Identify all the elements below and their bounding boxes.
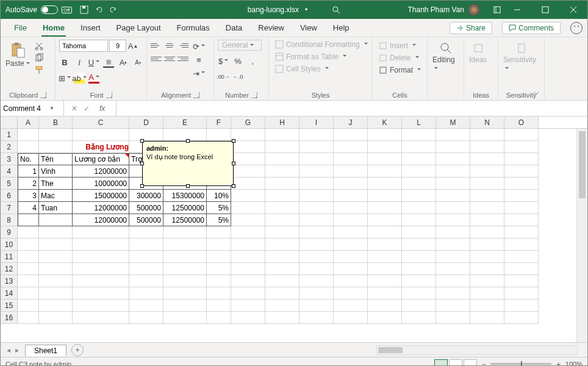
cell-B1[interactable] xyxy=(39,129,73,141)
cell-B9[interactable] xyxy=(39,226,73,239)
cell-M16[interactable] xyxy=(436,312,470,324)
cell-B5[interactable]: The xyxy=(39,178,73,190)
cell-I1[interactable] xyxy=(299,129,334,141)
cell-F16[interactable] xyxy=(207,312,231,324)
cell-E8[interactable]: 12500000 xyxy=(163,214,207,226)
underline-button[interactable]: U xyxy=(88,57,99,68)
col-header-A[interactable]: A xyxy=(18,117,39,128)
cell-D16[interactable] xyxy=(129,312,163,324)
cell-I6[interactable] xyxy=(299,190,334,202)
conditional-formatting-button[interactable]: Conditional Formatting xyxy=(273,40,370,49)
cell-A12[interactable] xyxy=(18,263,39,275)
font-name-input[interactable] xyxy=(59,40,108,52)
cell-D11[interactable] xyxy=(129,251,163,263)
cell-I10[interactable] xyxy=(299,239,334,251)
tab-data[interactable]: Data xyxy=(218,19,249,37)
share-button[interactable]: Share xyxy=(450,22,492,34)
cell-B3[interactable]: Tên xyxy=(39,153,73,165)
clipboard-launcher[interactable] xyxy=(40,92,46,98)
tab-help[interactable]: Help xyxy=(326,19,357,37)
formula-input[interactable] xyxy=(117,101,587,116)
cell-G16[interactable] xyxy=(231,312,265,324)
font-size-input[interactable] xyxy=(109,40,126,52)
enter-formula-icon[interactable]: ✓ xyxy=(84,104,90,113)
col-header-B[interactable]: B xyxy=(39,117,73,128)
cell-H1[interactable] xyxy=(265,129,299,141)
cell-J11[interactable] xyxy=(334,251,368,263)
cell-H15[interactable] xyxy=(265,300,299,312)
cell-M12[interactable] xyxy=(436,263,470,275)
minimize-button[interactable] xyxy=(503,1,531,19)
cell-A7[interactable]: 4 xyxy=(18,202,39,214)
cell-F8[interactable]: 5% xyxy=(207,214,231,226)
comments-button[interactable]: Comments xyxy=(502,22,561,34)
zoom-in-button[interactable]: + xyxy=(556,361,560,367)
cell-B15[interactable] xyxy=(39,300,73,312)
cell-N1[interactable] xyxy=(470,129,504,141)
cell-H6[interactable] xyxy=(265,190,299,202)
cell-I15[interactable] xyxy=(299,300,334,312)
cell-M3[interactable] xyxy=(436,153,470,165)
autosave-toggle[interactable] xyxy=(41,5,58,14)
cell-O7[interactable] xyxy=(504,202,539,214)
cell-E10[interactable] xyxy=(163,239,207,251)
cell-D14[interactable] xyxy=(129,287,163,300)
row-header-10[interactable]: 10 xyxy=(1,239,18,251)
row-header-14[interactable]: 14 xyxy=(1,287,18,300)
cell-J10[interactable] xyxy=(334,239,368,251)
cell-G3[interactable] xyxy=(231,153,265,165)
cell-I12[interactable] xyxy=(299,263,334,275)
cell-M6[interactable] xyxy=(436,190,470,202)
decrease-font-size-icon[interactable]: A▾ xyxy=(132,57,143,68)
cell-G13[interactable] xyxy=(231,275,265,287)
format-painter-icon[interactable] xyxy=(34,65,45,75)
cell-J12[interactable] xyxy=(334,263,368,275)
cell-J4[interactable] xyxy=(334,165,368,178)
cell-K1[interactable] xyxy=(368,129,402,141)
cell-E12[interactable] xyxy=(163,263,207,275)
col-header-N[interactable]: N xyxy=(470,117,504,128)
cell-F9[interactable] xyxy=(207,226,231,239)
cell-F10[interactable] xyxy=(207,239,231,251)
cell-L15[interactable] xyxy=(402,300,436,312)
cell-E15[interactable] xyxy=(163,300,207,312)
alignment-launcher[interactable] xyxy=(193,92,199,98)
col-header-F[interactable]: F xyxy=(207,117,231,128)
close-button[interactable] xyxy=(559,1,587,19)
fx-icon[interactable]: fx xyxy=(96,104,109,113)
number-launcher[interactable] xyxy=(251,92,257,98)
cell-M15[interactable] xyxy=(436,300,470,312)
cell-K14[interactable] xyxy=(368,287,402,300)
next-sheet-icon[interactable]: ▸ xyxy=(15,346,19,354)
cell-O8[interactable] xyxy=(504,214,539,226)
cell-C1[interactable] xyxy=(73,129,129,141)
cell-K12[interactable] xyxy=(368,263,402,275)
paste-button[interactable]: Paste xyxy=(4,40,31,70)
cell-I9[interactable] xyxy=(299,226,334,239)
cell-G2[interactable] xyxy=(231,141,265,153)
cell-I5[interactable] xyxy=(299,178,334,190)
cell-J2[interactable] xyxy=(334,141,368,153)
orientation-icon[interactable]: ⟳ xyxy=(193,41,204,52)
cell-F6[interactable]: 10% xyxy=(207,190,231,202)
cell-L10[interactable] xyxy=(402,239,436,251)
cell-O12[interactable] xyxy=(504,263,539,275)
cell-F12[interactable] xyxy=(207,263,231,275)
cell-K3[interactable] xyxy=(368,153,402,165)
cell-J1[interactable] xyxy=(334,129,368,141)
cell-O4[interactable] xyxy=(504,165,539,178)
cell-M5[interactable] xyxy=(436,178,470,190)
number-format-select[interactable]: General xyxy=(218,40,262,51)
cell-F13[interactable] xyxy=(207,275,231,287)
tab-file[interactable]: File xyxy=(7,19,34,37)
select-all-corner[interactable] xyxy=(1,117,18,128)
vertical-scrollbar[interactable] xyxy=(576,129,587,342)
comment-popup[interactable]: admin: Ví dụ note trong Excel xyxy=(142,141,234,186)
cell-A1[interactable] xyxy=(18,129,39,141)
cell-B14[interactable] xyxy=(39,287,73,300)
cell-J13[interactable] xyxy=(334,275,368,287)
cell-D15[interactable] xyxy=(129,300,163,312)
col-header-M[interactable]: M xyxy=(436,117,470,128)
align-top-center[interactable] xyxy=(164,40,175,51)
sensitivity-button[interactable]: Sensitivity xyxy=(502,40,540,75)
